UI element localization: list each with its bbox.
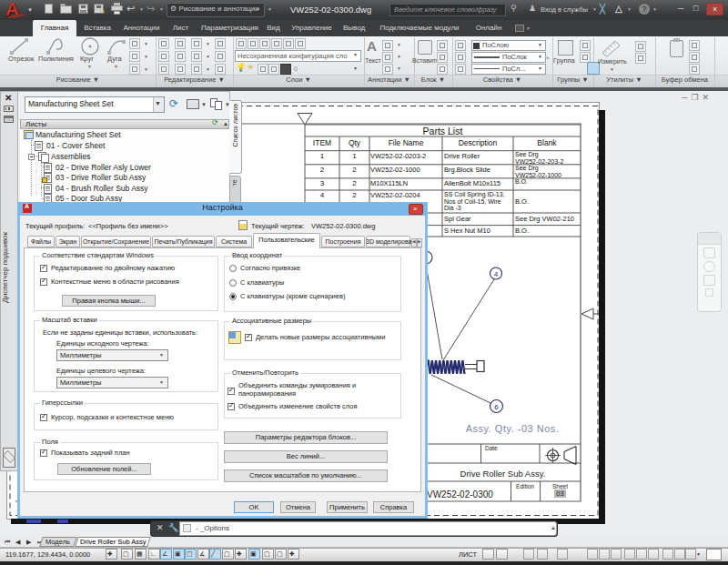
svg-text:6: 6 [494,403,499,411]
svg-text:4: 4 [494,270,499,278]
